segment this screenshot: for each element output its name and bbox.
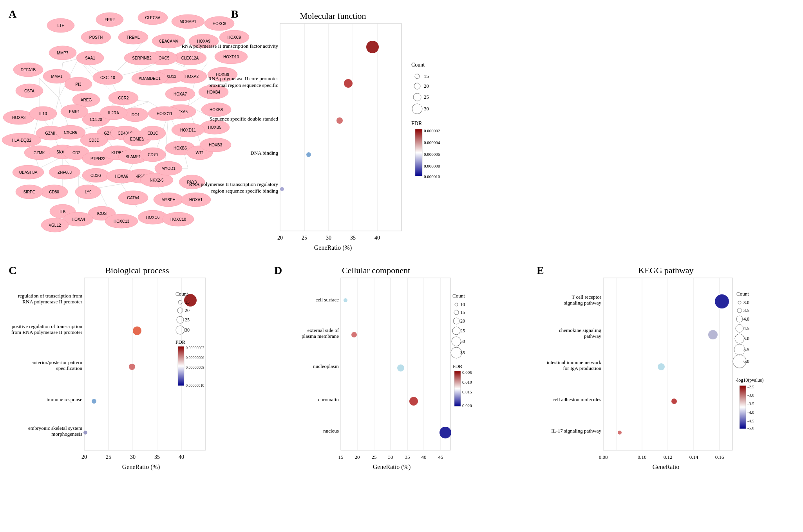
svg-text:EMR1: EMR1 [69,110,80,114]
svg-point-325 [397,364,404,371]
svg-text:HOXB4: HOXB4 [207,90,220,94]
svg-point-335 [452,327,460,335]
svg-text:MYBPH: MYBPH [161,198,175,202]
svg-text:25: 25 [372,454,377,460]
svg-text:Count: Count [736,291,749,297]
svg-text:CEACAM4: CEACAM4 [159,39,178,43]
svg-text:40: 40 [421,454,427,460]
svg-text:CD1C: CD1C [147,131,158,135]
svg-text:ZNF683: ZNF683 [58,170,72,175]
svg-text:5.0: 5.0 [743,336,749,341]
svg-text:positive regulation of transcr: positive regulation of transcription [12,323,83,329]
svg-text:GeneRatio (%): GeneRatio (%) [122,463,160,471]
svg-text:embryonic skeletal system: embryonic skeletal system [28,425,82,431]
svg-point-375 [738,301,741,304]
svg-text:CXCR6: CXCR6 [64,130,77,135]
svg-point-329 [455,303,458,306]
svg-text:25: 25 [106,454,111,460]
svg-text:-3.5: -3.5 [747,401,754,406]
svg-text:0.00000010: 0.00000010 [186,383,204,388]
svg-text:WT1: WT1 [195,151,204,155]
svg-text:30: 30 [388,454,393,460]
svg-point-327 [439,427,451,438]
svg-text:DNA binding: DNA binding [251,150,279,156]
svg-text:CD80: CD80 [49,190,59,194]
svg-text:-4.5: -4.5 [747,418,754,423]
svg-text:PTPN22: PTPN22 [90,157,105,161]
svg-text:D: D [274,264,282,276]
svg-text:C: C [9,264,16,276]
panel-d: D Cellular component 15 20 25 30 35 40 4… [274,264,472,471]
svg-text:6.0: 6.0 [743,359,749,364]
svg-text:chromatin: chromatin [318,397,339,402]
svg-text:anterior/posterior pattern: anterior/posterior pattern [31,359,82,365]
svg-text:15: 15 [460,310,465,315]
svg-text:Count: Count [175,291,188,297]
svg-text:HOXC11: HOXC11 [157,112,172,116]
svg-point-244 [414,83,420,89]
svg-text:20: 20 [81,454,87,460]
svg-point-337 [452,337,461,346]
svg-point-333 [453,318,459,324]
svg-text:Molecular function: Molecular function [300,11,366,21]
svg-point-323 [344,298,347,302]
svg-text:0.010: 0.010 [462,380,472,384]
svg-text:AREG: AREG [81,98,92,102]
svg-text:E: E [537,264,544,276]
svg-text:Count: Count [452,293,465,299]
svg-text:KEGG pathway: KEGG pathway [638,265,693,275]
svg-text:HOXB3: HOXB3 [209,143,222,147]
svg-text:Cellular component: Cellular component [342,265,410,275]
svg-text:0.00000006: 0.00000006 [186,355,204,360]
svg-text:MMP1: MMP1 [51,74,63,79]
svg-text:LTF: LTF [57,23,64,28]
svg-text:Sepuence specific double stand: Sepuence specific double standed [210,116,279,122]
svg-text:cell surface: cell surface [315,297,339,303]
svg-text:CSTA: CSTA [24,89,34,93]
svg-text:CD3G: CD3G [90,173,101,178]
svg-text:HLA-DQB2: HLA-DQB2 [12,138,31,142]
svg-text:4.0: 4.0 [743,316,749,322]
svg-text:VGLL2: VGLL2 [49,223,61,227]
svg-text:SERPINB2: SERPINB2 [132,56,152,60]
svg-point-383 [735,334,744,343]
svg-text:IL-17 signaling pathway: IL-17 signaling pathway [551,428,601,434]
svg-text:0.000008: 0.000008 [424,164,440,168]
panel-c: C Biological process 20 25 30 35 40 Gene… [9,264,206,471]
svg-text:RNA polymerase II transcriptio: RNA polymerase II transcription regulato… [189,181,279,187]
svg-point-379 [736,316,743,322]
svg-text:0.000010: 0.000010 [424,174,440,179]
svg-point-281 [133,326,141,335]
svg-text:RNA polymerase II core promote: RNA polymerase II core promoter [208,76,279,81]
svg-text:0.08: 0.08 [599,454,608,460]
svg-text:HOXA4: HOXA4 [72,217,85,222]
svg-point-377 [737,308,742,313]
svg-point-331 [454,310,459,315]
svg-text:MMP7: MMP7 [57,51,69,55]
svg-text:GeneRatio (%): GeneRatio (%) [373,463,411,471]
svg-text:4.5: 4.5 [743,326,749,331]
svg-text:NKX2-5: NKX2-5 [150,178,163,182]
svg-point-238 [336,117,343,124]
svg-text:CXCL10: CXCL10 [100,76,115,80]
svg-text:region sequence specific bindi: region sequence specific binding [211,188,278,194]
svg-text:T cell receptor: T cell receptor [572,294,601,300]
svg-text:GeneRatio (%): GeneRatio (%) [314,244,352,251]
svg-text:external side of: external side of [307,327,339,333]
svg-text:nucleoplasm: nucleoplasm [313,363,339,369]
svg-rect-342 [454,371,461,406]
svg-text:HOXB8: HOXB8 [210,108,223,112]
svg-text:15: 15 [185,299,190,305]
svg-text:HOXB6: HOXB6 [174,146,187,150]
svg-text:35: 35 [154,454,160,460]
svg-text:45: 45 [438,454,443,460]
svg-point-246 [413,93,421,101]
svg-point-236 [366,41,379,53]
svg-text:SLAMF1: SLAMF1 [126,155,141,159]
svg-text:SAA1: SAA1 [85,56,95,60]
svg-text:0.000006: 0.000006 [424,152,440,157]
svg-text:LY9: LY9 [85,190,91,194]
svg-rect-295 [178,346,184,386]
svg-text:25: 25 [302,235,307,241]
svg-text:CD3D: CD3D [89,138,99,142]
